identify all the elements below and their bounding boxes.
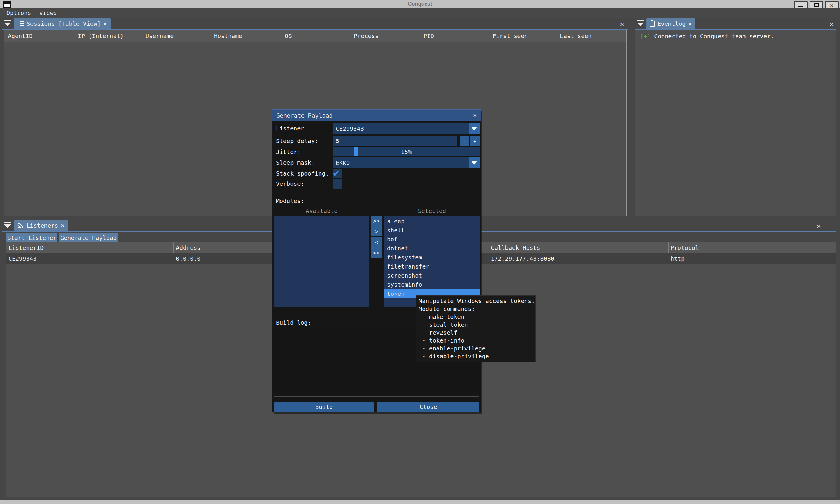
sessions-column-header[interactable]: Last seen (560, 31, 592, 41)
table-list-icon (18, 21, 24, 26)
sessions-column-header[interactable]: OS (285, 31, 292, 41)
tab-sessions[interactable]: Sessions [Table View] ✕ (14, 18, 111, 29)
tooltip-line: - enable-privilege (419, 345, 535, 353)
available-modules-list[interactable] (274, 216, 369, 307)
sessions-panel-close-icon[interactable]: ✕ (620, 20, 624, 28)
build-log-label: Build log: (276, 319, 311, 326)
modules-label: Modules: (276, 197, 304, 204)
sessions-column-header[interactable]: IP (Internal) (78, 31, 124, 41)
tooltip-line: - make-token (419, 313, 535, 321)
tab-listeners[interactable]: Listeners ✕ (14, 220, 68, 231)
sleep-mask-select[interactable]: EKKO (333, 157, 480, 168)
listeners-column-header[interactable]: ListenerID (8, 242, 43, 253)
move-right-button[interactable]: > (371, 226, 382, 236)
selected-module-item[interactable]: bof (384, 235, 480, 244)
sleep-delay-increment-button[interactable]: + (470, 136, 480, 146)
window-titlebar: Conquest ✕ (0, 0, 840, 8)
maximize-icon (814, 3, 819, 7)
minimize-icon (799, 6, 803, 7)
listener-label: Listener: (276, 125, 308, 132)
stack-spoofing-label: Stack spoofing: (276, 170, 329, 177)
sessions-column-header[interactable]: AgentID (8, 31, 33, 41)
dialog-close-icon[interactable]: ✕ (473, 112, 477, 119)
listeners-panel-menu-icon[interactable] (4, 222, 11, 228)
sessions-column-header[interactable]: Username (145, 31, 174, 41)
close-button[interactable]: Close (377, 402, 479, 412)
minimize-button[interactable] (794, 1, 807, 9)
listener-id-cell: CE299343 (8, 253, 37, 264)
listener-dropdown-button[interactable] (469, 123, 480, 134)
eventlog-entry-prefix: [+] (640, 33, 651, 40)
chevron-down-icon (471, 161, 477, 165)
dialog-separator (274, 396, 479, 397)
close-window-button[interactable]: ✕ (825, 1, 839, 9)
chevron-down-icon (471, 127, 477, 131)
eventlog-entry: [+] Connected to Conquest team server. (640, 33, 774, 40)
sessions-tab-label: Sessions [Table View] (27, 20, 101, 27)
generate-payload-button[interactable]: Generate Payload (59, 233, 118, 243)
eventlog-panel-close-icon[interactable]: ✕ (829, 20, 834, 28)
tab-eventlog[interactable]: Eventlog ✕ (646, 18, 696, 29)
sessions-column-header[interactable]: Hostname (214, 31, 242, 41)
move-all-left-button[interactable]: << (371, 248, 382, 258)
tooltip-line: Module commands: (419, 305, 535, 313)
eventlog-panel-menu-icon[interactable] (637, 20, 644, 26)
selected-modules-header: Selected (384, 208, 480, 214)
jitter-value: 15% (333, 147, 480, 156)
start-listener-button[interactable]: Start Listener (6, 233, 57, 243)
sessions-table-header: AgentIDIP (Internal)UsernameHostnameOSPr… (4, 31, 626, 41)
listeners-column-header[interactable]: Callback Hosts (491, 242, 540, 253)
sessions-column-header[interactable]: Process (354, 31, 379, 41)
listener-select[interactable]: CE299343 (333, 123, 480, 134)
sleep-delay-value: 5 (336, 138, 339, 144)
maximize-button[interactable] (809, 1, 823, 9)
listeners-column-header[interactable]: Address (176, 242, 200, 253)
menu-item[interactable]: Options (2, 8, 35, 18)
sessions-column-header[interactable]: PID (423, 31, 434, 41)
listeners-tab-close-icon[interactable]: ✕ (60, 222, 64, 229)
selected-module-item[interactable]: filetransfer (384, 262, 480, 271)
sessions-panel-menu-icon[interactable] (4, 20, 11, 26)
selected-modules-list[interactable]: sleepshellbofdotnetfilesystemfiletransfe… (384, 216, 480, 307)
eventlog-entry-text: Connected to Conquest team server. (654, 33, 774, 40)
move-all-right-button[interactable]: >> (371, 216, 382, 226)
close-icon: ✕ (830, 2, 834, 8)
selected-module-item[interactable]: screenshot (384, 271, 480, 280)
verbose-label: Verbose: (276, 180, 304, 187)
tooltip-line: Manipulate Windows access tokens. (419, 297, 535, 305)
tooltip-line: - disable-privilege (419, 353, 535, 360)
verbose-checkbox[interactable] (333, 179, 342, 189)
eventlog-tab-close-icon[interactable]: ✕ (688, 21, 692, 27)
jitter-slider[interactable]: 15% (333, 147, 480, 156)
sessions-tab-close-icon[interactable]: ✕ (103, 21, 107, 27)
stack-spoofing-checkbox[interactable] (333, 169, 342, 178)
app-window: Conquest ✕ OptionsViews Sessions [Table … (0, 0, 840, 504)
sleep-mask-label: Sleep mask: (276, 159, 315, 166)
selected-module-item[interactable]: shell (384, 226, 480, 235)
eventlog-output: [+] Connected to Conquest team server. (634, 30, 837, 216)
available-modules-header: Available (274, 208, 369, 214)
sessions-column-header[interactable]: First seen (493, 31, 528, 41)
tooltip-line: - steal-token (419, 321, 535, 329)
sleep-delay-decrement-button[interactable]: - (459, 136, 469, 146)
selected-module-item[interactable]: dotnet (384, 244, 480, 253)
listeners-panel-close-icon[interactable]: ✕ (817, 222, 821, 230)
selected-module-item[interactable]: systeminfo (384, 280, 480, 289)
selected-module-item[interactable]: sleep (384, 217, 480, 226)
eventlog-tab-label: Eventlog (658, 20, 685, 27)
move-left-button[interactable]: < (371, 237, 382, 247)
generate-payload-dialog: Generate Payload ✕ Listener: CE299343 Sl… (272, 109, 481, 412)
listener-callback-hosts-cell: 172.29.177.43:8080 (491, 253, 554, 264)
dialog-titlebar[interactable]: Generate Payload (273, 110, 480, 121)
sleep-mask-dropdown-button[interactable] (469, 157, 480, 168)
sleep-delay-input[interactable]: 5 (333, 136, 457, 146)
window-title: Conquest (408, 1, 432, 7)
listener-select-value: CE299343 (336, 125, 364, 132)
listeners-column-header[interactable]: Protocol (670, 242, 699, 253)
panel-divider[interactable] (630, 18, 630, 218)
selected-module-item[interactable]: filesystem (384, 253, 480, 262)
build-button[interactable]: Build (274, 402, 374, 412)
menu-item[interactable]: Views (35, 8, 61, 18)
sleep-delay-label: Sleep delay: (276, 138, 318, 144)
module-tooltip: Manipulate Windows access tokens.Module … (416, 295, 536, 362)
